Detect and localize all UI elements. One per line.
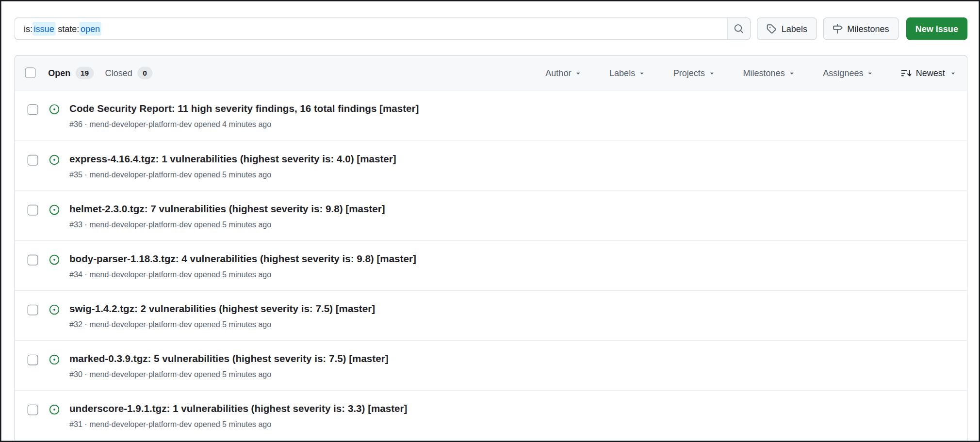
search-group: is:issue state:open	[15, 17, 751, 40]
search-button[interactable]	[727, 17, 751, 40]
filter-dropdown-milestones[interactable]: Milestones	[743, 68, 795, 78]
issue-meta: #33 · mend-developer-platform-dev opened…	[69, 219, 385, 230]
issue-text-block: express-4.16.4.tgz: 1 vulnerabilities (h…	[69, 141, 396, 190]
filter-bar: Author Labels Projects Milestones Assign…	[545, 68, 957, 78]
issue-open-icon	[49, 255, 60, 290]
issue-title-link[interactable]: express-4.16.4.tgz: 1 vulnerabilities (h…	[69, 152, 396, 167]
issue-checkbox[interactable]	[28, 255, 38, 266]
closed-issues-tab[interactable]: Closed 0	[105, 66, 152, 79]
filter-label: Projects	[673, 68, 705, 78]
filter-dropdown-author[interactable]: Author	[545, 68, 582, 78]
issue-meta: #32 · mend-developer-platform-dev opened…	[69, 319, 375, 330]
sort-desc-icon	[901, 68, 912, 78]
issue-title-link[interactable]: swig-1.4.2.tgz: 2 vulnerabilities (highe…	[69, 301, 375, 316]
issue-title-link[interactable]: underscore-1.9.1.tgz: 1 vulnerabilities …	[69, 401, 407, 416]
issue-checkbox[interactable]	[28, 405, 38, 415]
issue-title-link[interactable]: Code Security Report: 11 high severity f…	[69, 101, 419, 116]
new-issue-button-label: New issue	[915, 24, 958, 34]
issue-meta: #31 · mend-developer-platform-dev opened…	[69, 419, 407, 430]
github-issues-page: is:issue state:open Labels Milestones	[0, 0, 980, 442]
tag-icon	[767, 24, 777, 34]
issue-meta: #35 · mend-developer-platform-dev opened…	[69, 169, 396, 180]
filter-dropdown-labels[interactable]: Labels	[609, 68, 646, 78]
issue-row: underscore-1.9.1.tgz: 1 vulnerabilities …	[15, 390, 967, 440]
issue-text-block: Code Security Report: 11 high severity f…	[69, 91, 419, 141]
search-token: state:	[55, 22, 79, 35]
issue-text-block: underscore-1.9.1.tgz: 1 vulnerabilities …	[69, 391, 407, 440]
screenshot-scaler: is:issue state:open Labels Milestones	[0, 0, 980, 442]
milestone-icon	[832, 24, 842, 34]
issue-open-icon	[49, 104, 60, 141]
chevron-down-icon	[638, 69, 646, 76]
issue-text-block: helmet-2.3.0.tgz: 7 vulnerabilities (hig…	[69, 191, 385, 240]
issue-rows: Code Security Report: 11 high severity f…	[15, 91, 967, 440]
milestones-button-label: Milestones	[847, 24, 889, 34]
issue-row: swig-1.4.2.tgz: 2 vulnerabilities (highe…	[15, 290, 967, 340]
issues-list: Open 19 Closed 0 Author Labels Projects …	[15, 55, 968, 441]
search-token: issue	[33, 22, 55, 35]
milestones-button[interactable]: Milestones	[823, 17, 898, 40]
issue-text-block: body-parser-1.18.3.tgz: 4 vulnerabilitie…	[69, 241, 416, 290]
sort-button[interactable]: Newest	[901, 68, 957, 78]
issue-checkbox[interactable]	[28, 205, 38, 216]
chevron-down-icon	[708, 69, 715, 76]
search-icon	[734, 24, 744, 34]
open-tab-label: Open	[48, 68, 70, 78]
filter-label: Labels	[609, 68, 635, 78]
issue-checkbox[interactable]	[28, 355, 38, 365]
search-token: is:	[24, 22, 33, 35]
filter-label: Assignees	[823, 68, 863, 78]
issue-title-link[interactable]: marked-0.3.9.tgz: 5 vulnerabilities (hig…	[69, 351, 389, 366]
issue-title-link[interactable]: body-parser-1.18.3.tgz: 4 vulnerabilitie…	[69, 252, 416, 267]
issue-meta: #34 · mend-developer-platform-dev opened…	[69, 269, 416, 280]
open-count-badge: 19	[76, 66, 94, 79]
select-all-checkbox[interactable]	[25, 67, 36, 78]
search-token: open	[79, 22, 101, 35]
chevron-down-icon	[788, 69, 795, 76]
issue-open-icon	[49, 305, 60, 340]
filter-dropdown-projects[interactable]: Projects	[673, 68, 716, 78]
closed-tab-label: Closed	[105, 68, 132, 78]
issue-title-link[interactable]: helmet-2.3.0.tgz: 7 vulnerabilities (hig…	[69, 202, 385, 217]
filter-dropdown-assignees[interactable]: Assignees	[823, 68, 874, 78]
issue-checkbox[interactable]	[28, 305, 38, 316]
new-issue-button[interactable]: New issue	[906, 17, 967, 40]
search-input[interactable]: is:issue state:open	[15, 17, 727, 40]
filter-label: Milestones	[743, 68, 784, 78]
issue-open-icon	[49, 205, 60, 240]
issue-text-block: marked-0.3.9.tgz: 5 vulnerabilities (hig…	[69, 341, 389, 390]
issues-list-header: Open 19 Closed 0 Author Labels Projects …	[15, 56, 967, 91]
labels-button-label: Labels	[782, 24, 807, 34]
filter-label: Author	[545, 68, 571, 78]
chevron-down-icon	[574, 69, 582, 76]
top-search-bar: is:issue state:open Labels Milestones	[15, 17, 968, 40]
issue-text-block: swig-1.4.2.tgz: 2 vulnerabilities (highe…	[69, 291, 375, 340]
chevron-down-icon	[949, 69, 957, 76]
labels-button[interactable]: Labels	[757, 17, 817, 40]
issue-row: helmet-2.3.0.tgz: 7 vulnerabilities (hig…	[15, 190, 967, 240]
issue-row: body-parser-1.18.3.tgz: 4 vulnerabilitie…	[15, 240, 967, 290]
issue-meta: #30 · mend-developer-platform-dev opened…	[69, 369, 389, 380]
issue-open-icon	[49, 405, 60, 440]
issue-row: marked-0.3.9.tgz: 5 vulnerabilities (hig…	[15, 340, 967, 390]
sort-label: Newest	[916, 68, 945, 78]
issue-open-icon	[49, 355, 60, 390]
issue-checkbox[interactable]	[28, 104, 38, 115]
issue-checkbox[interactable]	[28, 155, 38, 165]
issue-open-icon	[49, 155, 60, 190]
issue-meta: #36 · mend-developer-platform-dev opened…	[69, 119, 419, 130]
issue-row: Code Security Report: 11 high severity f…	[15, 91, 967, 141]
closed-count-badge: 0	[137, 66, 152, 79]
issue-row: express-4.16.4.tgz: 1 vulnerabilities (h…	[15, 141, 967, 190]
chevron-down-icon	[866, 69, 874, 76]
open-issues-tab[interactable]: Open 19	[48, 66, 94, 79]
